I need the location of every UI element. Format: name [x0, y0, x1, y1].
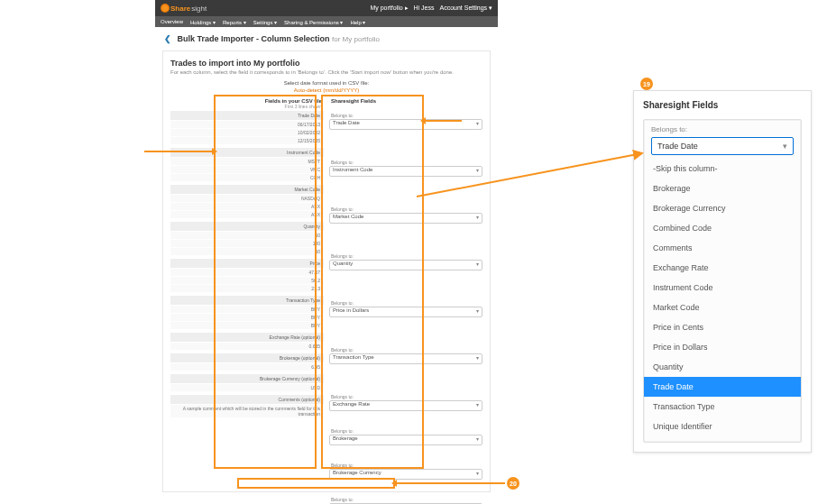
mapping-select[interactable]: Quantity — [329, 260, 482, 270]
csv-field-line: BUY — [170, 321, 324, 329]
arrow-import — [397, 482, 505, 484]
content-heading: Trades to import into My portfolio — [170, 59, 482, 68]
dropdown-option[interactable]: Instrument Code — [644, 278, 801, 298]
dropdown-option[interactable]: Exchange Rate — [644, 258, 801, 278]
dropdown-option[interactable]: Trade Date — [644, 377, 801, 397]
arrow-csv — [144, 151, 212, 152]
mapping-group: Belongs to:Trade Date — [329, 111, 482, 152]
greeting: Hi Jess — [414, 5, 435, 12]
dropdown-option[interactable]: Combined Code — [644, 218, 801, 238]
account-settings-link[interactable]: Account Settings ▾ — [440, 5, 492, 12]
dropdown-option[interactable]: Brokerage — [644, 179, 801, 198]
nav-help[interactable]: Help ▾ — [350, 19, 365, 25]
nav-settings[interactable]: Settings ▾ — [253, 19, 277, 25]
mapping-group: Belongs to:Quantity — [329, 252, 482, 293]
csv-field-line: BUY — [170, 305, 324, 313]
belongs-label: Belongs to: — [329, 111, 482, 119]
csv-group: Exchange Rate (optional)0.635 — [170, 333, 324, 350]
csv-field-line: USD — [170, 383, 324, 391]
belongs-label: Belongs to: — [329, 158, 482, 166]
mapping-select[interactable]: Price in Dollars — [329, 307, 482, 317]
mapping-select[interactable]: Brokerage — [329, 435, 482, 445]
csv-group: Brokerage Currency (optional)USD — [170, 374, 324, 391]
csv-field-label: Exchange Rate (optional) — [170, 333, 324, 342]
csv-field-line: 100 — [170, 239, 324, 247]
csv-field-label: Quantity — [170, 222, 324, 231]
csv-field-label: Brokerage (optional) — [170, 353, 324, 362]
dropdown-option[interactable]: Unique Identifier — [644, 417, 801, 436]
csv-field-line: MSFT — [170, 157, 324, 165]
logo-icon — [161, 4, 170, 13]
detail-title: Sharesight Fields — [643, 100, 802, 110]
mapping-select[interactable]: Market Code — [329, 213, 482, 224]
mapping-group: Belongs to:Price in Dollars — [329, 298, 482, 340]
mapping-select[interactable]: Transaction Type — [329, 353, 482, 364]
nav-overview[interactable]: Overview — [161, 19, 183, 24]
csv-field-line: ASX — [170, 202, 324, 210]
belongs-label: Belongs to: — [329, 392, 482, 400]
dropdown-option[interactable]: -Skip this column- — [644, 159, 801, 179]
mapping-group: Belongs to:Market Code — [329, 205, 482, 246]
csv-field-line: 50 — [170, 247, 324, 255]
csv-field-line: ASX — [170, 210, 324, 218]
mapping-select[interactable]: Brokerage Currency — [329, 469, 482, 480]
dropdown-option[interactable]: Market Code — [644, 298, 801, 317]
mapping-select[interactable]: Instrument Code — [329, 166, 482, 177]
back-icon[interactable]: ❮ — [164, 34, 171, 43]
sharesight-col-title: Sharesight Fields — [331, 98, 376, 104]
csv-field-label: Price — [170, 259, 324, 268]
arrow-csv-head — [212, 148, 217, 155]
csv-field-line: 56.2 — [170, 276, 324, 284]
detail-belongs-label: Belongs to: — [644, 125, 801, 137]
csv-group: Instrument CodeMSFTVMCCOH — [170, 148, 324, 181]
breadcrumb: ❮ Bulk Trade Importer - Column Selection… — [155, 27, 498, 50]
badge-19: 19 — [640, 78, 653, 90]
app-panel: Sharesight My portfolio ▸ Hi Jess Accoun… — [155, 0, 498, 504]
date-format-value[interactable]: Auto-detect (mm/dd/YYYY) — [170, 87, 482, 93]
belongs-label: Belongs to: — [329, 345, 482, 353]
csv-field-line: A sample comment which will be stored in… — [170, 404, 324, 417]
logo: Sharesight — [161, 4, 207, 13]
nav-holdings[interactable]: Holdings ▾ — [190, 19, 216, 25]
dropdown-option[interactable]: Price in Dollars — [644, 337, 801, 357]
my-portfolio-link[interactable]: My portfolio ▸ — [370, 5, 408, 12]
csv-field-label: Comments (optional) — [170, 395, 324, 404]
logo-share: Share — [170, 5, 190, 13]
csv-field-line: 12/15/2005 — [170, 136, 324, 144]
csv-group: Price47.5756.221.3 — [170, 259, 324, 292]
mapping-select[interactable]: Exchange Rate — [329, 400, 482, 411]
csv-group: Market CodeNASDAQASXASX — [170, 185, 324, 218]
csv-field-line: 10/02/2002 — [170, 128, 324, 136]
dropdown-option[interactable]: Price in Cents — [644, 317, 801, 337]
csv-group: Quantity5010050 — [170, 222, 324, 255]
csv-field-line: 6.95 — [170, 362, 324, 371]
content-box: Trades to import into My portfolio For e… — [162, 50, 491, 492]
menubar: Overview Holdings ▾ Reports ▾ Settings ▾… — [155, 16, 498, 27]
csv-field-label: Transaction Type — [170, 296, 324, 305]
dropdown-option[interactable]: Comments — [644, 238, 801, 258]
topbar: Sharesight My portfolio ▸ Hi Jess Accoun… — [155, 0, 498, 16]
csv-group: Brokerage (optional)6.95 — [170, 353, 324, 371]
dropdown-option[interactable]: Quantity — [644, 357, 801, 377]
csv-field-line: 50 — [170, 231, 324, 239]
dropdown-option[interactable]: Transaction Type — [644, 397, 801, 417]
belongs-label: Belongs to: — [329, 298, 482, 307]
nav-sharing[interactable]: Sharing & Permissions ▾ — [284, 19, 343, 25]
detail-card: Belongs to: Trade Date -Skip this column… — [643, 119, 802, 443]
csv-field-line: 06/17/2013 — [170, 120, 324, 128]
columns-wrap: Fields in your CSV file First 3 lines sh… — [170, 96, 482, 504]
csv-field-line: 0.635 — [170, 342, 324, 350]
logo-sight: sight — [191, 5, 207, 13]
dropdown-option[interactable]: Brokerage Currency — [644, 198, 801, 218]
content-sub: For each column, select the field it cor… — [170, 69, 482, 75]
csv-col-sub: First 3 lines shown — [285, 104, 322, 109]
mapping-group: Belongs to:Brokerage — [329, 426, 482, 455]
csv-field-label: Trade Date — [170, 111, 324, 120]
nav-reports[interactable]: Reports ▾ — [223, 19, 246, 25]
arrow-fields-head — [420, 117, 426, 124]
detail-select[interactable]: Trade Date — [651, 137, 794, 155]
csv-field-label: Market Code — [170, 185, 324, 194]
detail-panel: Sharesight Fields Belongs to: Trade Date… — [633, 90, 812, 453]
csv-group: Trade Date06/17/201310/02/200212/15/2005 — [170, 111, 324, 144]
csv-field-line: BUY — [170, 313, 324, 321]
